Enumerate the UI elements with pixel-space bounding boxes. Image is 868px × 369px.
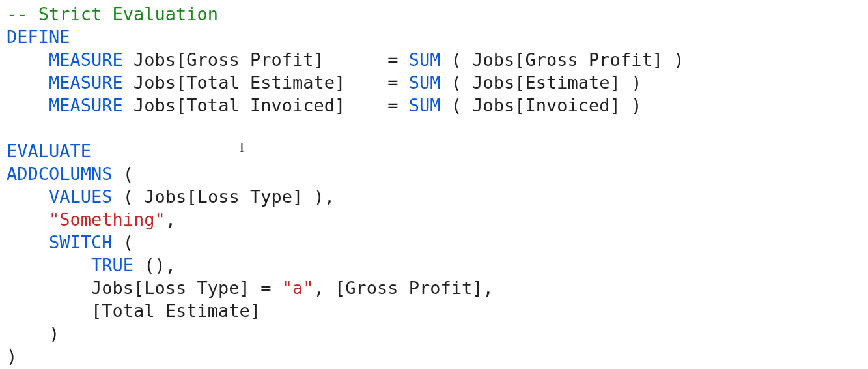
equals: = [377, 95, 409, 115]
func-true: TRUE [91, 255, 133, 275]
equals: = [377, 50, 409, 70]
equals: = [377, 72, 409, 93]
keyword-measure: MEASURE [49, 72, 123, 93]
indent [7, 72, 49, 93]
switch-case-rhs: , [Gross Profit], [313, 278, 493, 298]
measure-1-args: ( Jobs[Gross Profit] ) [441, 50, 684, 70]
paren-open: ( [113, 164, 134, 184]
keyword-measure: MEASURE [49, 50, 123, 70]
comment-line: -- Strict Evaluation [7, 4, 218, 24]
measure-2-args: ( Jobs[Estimate] ) [441, 72, 642, 93]
string-a: "a" [282, 278, 314, 298]
func-switch: SWITCH [49, 232, 113, 252]
paren-open: ( [113, 232, 134, 252]
indent [7, 209, 49, 229]
dax-code-block[interactable]: -- Strict Evaluation DEFINE MEASURE Jobs… [0, 0, 868, 368]
paren-close: ) [7, 346, 17, 366]
comma: , [165, 209, 176, 229]
indent [7, 255, 91, 275]
keyword-evaluate: EVALUATE [7, 141, 91, 161]
keyword-define: DEFINE [7, 27, 70, 47]
indent [7, 50, 49, 70]
func-sum: SUM [409, 95, 441, 115]
func-addcolumns: ADDCOLUMNS [7, 164, 113, 184]
values-args: ( Jobs[Loss Type] ), [113, 186, 335, 207]
keyword-measure: MEASURE [49, 95, 123, 115]
string-something: "Something" [49, 209, 165, 229]
switch-default: [Total Estimate] [7, 301, 260, 321]
func-values: VALUES [49, 186, 113, 207]
switch-case-lhs: Jobs[Loss Type] = [7, 278, 282, 298]
indent [7, 95, 49, 115]
paren-close: ) [7, 323, 59, 344]
func-sum: SUM [409, 72, 441, 93]
indent [7, 232, 49, 252]
measure-1-name: Jobs[Gross Profit] [123, 50, 377, 70]
measure-3-name: Jobs[Total Invoiced] [123, 95, 377, 115]
true-args: (), [133, 255, 176, 275]
measure-3-args: ( Jobs[Invoiced] ) [441, 95, 642, 115]
measure-2-name: Jobs[Total Estimate] [123, 72, 377, 93]
func-sum: SUM [409, 50, 441, 70]
indent [7, 186, 49, 207]
